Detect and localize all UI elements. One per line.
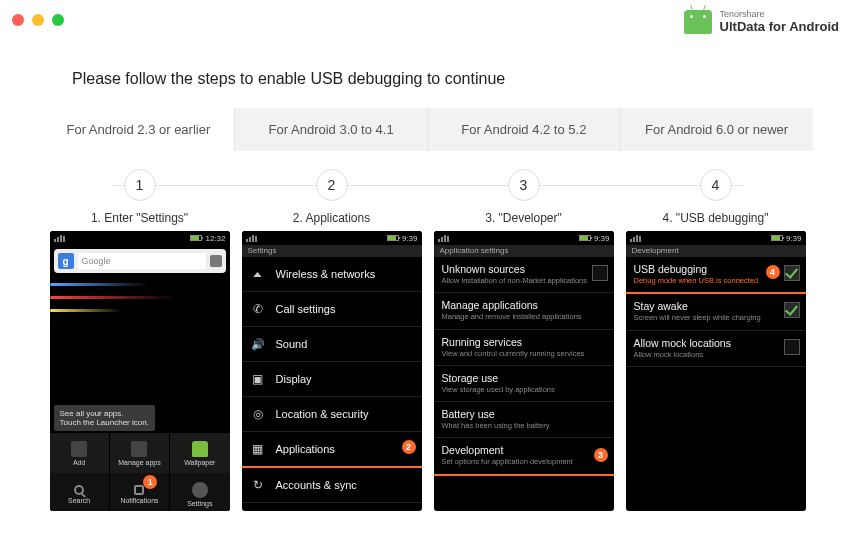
clock: 9:39	[402, 234, 418, 243]
sound-icon	[250, 336, 266, 352]
brand-product: UltData for Android	[720, 20, 839, 34]
apps-icon	[131, 441, 147, 457]
row-stay-awake[interactable]: Stay awake Screen will never sleep while…	[626, 294, 806, 330]
version-tabs: For Android 2.3 or earlier For Android 3…	[43, 108, 813, 151]
display-icon	[250, 371, 266, 387]
widget-row: Add Manage apps Wallpaper	[50, 433, 230, 473]
tab-android-60[interactable]: For Android 6.0 or newer	[621, 108, 813, 151]
checkbox-icon[interactable]	[784, 302, 800, 318]
tab-android-23[interactable]: For Android 2.3 or earlier	[43, 108, 236, 151]
gear-icon	[192, 482, 208, 498]
clock: 9:39	[786, 234, 802, 243]
status-bar: 9:39	[434, 231, 614, 245]
row-development[interactable]: Development Set options for application …	[434, 438, 614, 475]
signal-icon	[438, 235, 449, 242]
phone-2: 9:39 Settings Wireless & networks Call s…	[242, 231, 422, 511]
clock: 9:39	[594, 234, 610, 243]
window-controls	[12, 14, 64, 26]
step-3-number: 3	[508, 169, 540, 201]
search-input[interactable]: Google	[78, 253, 206, 269]
row-location[interactable]: Location & security	[242, 397, 422, 432]
clock: 12:32	[205, 234, 225, 243]
signal-icon	[54, 235, 65, 242]
step-badge-4: 4	[766, 265, 780, 279]
step-1-number: 1	[124, 169, 156, 201]
wallpaper	[50, 283, 230, 312]
status-bar: 9:39	[626, 231, 806, 245]
widget-manage-apps[interactable]: Manage apps	[110, 433, 170, 473]
plus-icon	[71, 441, 87, 457]
step-4: 4 4. "USB debugging" 9:39 Development US…	[626, 169, 806, 511]
launcher-row: Search Notifications 1 Settings	[50, 473, 230, 511]
battery-icon	[579, 235, 591, 241]
signal-icon	[246, 235, 257, 242]
checkbox-icon[interactable]	[592, 265, 608, 281]
row-applications[interactable]: Applications 2	[242, 432, 422, 468]
mic-icon[interactable]	[210, 255, 222, 267]
row-manage-apps[interactable]: Manage applications Manage and remove in…	[434, 293, 614, 329]
step-badge-1: 1	[143, 475, 157, 489]
row-running-services[interactable]: Running services View and control curren…	[434, 330, 614, 366]
step-4-title: 4. "USB debugging"	[663, 211, 769, 225]
app-logo-icon	[684, 10, 712, 34]
flag-icon	[134, 485, 144, 495]
checkbox-icon[interactable]	[784, 265, 800, 281]
home-screen: g Google See all your apps. Touch the La…	[50, 249, 230, 511]
row-usb-debugging[interactable]: USB debugging Debug mode when USB is con…	[626, 257, 806, 294]
battery-icon	[771, 235, 783, 241]
row-battery-use[interactable]: Battery use What has been using the batt…	[434, 402, 614, 438]
launcher-notifications[interactable]: Notifications 1	[110, 473, 170, 511]
page-instruction: Please follow the steps to enable USB de…	[0, 40, 855, 108]
battery-icon	[190, 235, 202, 241]
screen-header: Settings	[242, 245, 422, 257]
step-3: 3 3. "Developer" 9:39 Application settin…	[434, 169, 614, 511]
screen-header: Development	[626, 245, 806, 257]
status-bar: 9:39	[242, 231, 422, 245]
tab-android-42-52[interactable]: For Android 4.2 to 5.2	[428, 108, 621, 151]
step-badge-2: 2	[402, 440, 416, 454]
wifi-icon	[250, 266, 266, 282]
row-storage-use[interactable]: Storage use View storage used by applica…	[434, 366, 614, 402]
phone-4: 9:39 Development USB debugging Debug mod…	[626, 231, 806, 511]
droid-icon	[192, 441, 208, 457]
search-icon	[74, 485, 84, 495]
tab-android-30-41[interactable]: For Android 3.0 to 4.1	[235, 108, 428, 151]
widget-wallpaper[interactable]: Wallpaper	[170, 433, 229, 473]
titlebar: Tenorshare UltData for Android	[0, 0, 855, 40]
search-widget[interactable]: g Google	[54, 249, 226, 273]
step-badge-3: 3	[594, 448, 608, 462]
minimize-icon[interactable]	[32, 14, 44, 26]
launcher-search[interactable]: Search	[50, 473, 110, 511]
step-2-number: 2	[316, 169, 348, 201]
row-sound[interactable]: Sound	[242, 327, 422, 362]
apps-icon	[250, 441, 266, 457]
battery-icon	[387, 235, 399, 241]
checkbox-icon[interactable]	[784, 339, 800, 355]
launcher-settings[interactable]: Settings	[170, 473, 229, 511]
status-bar: 12:32	[50, 231, 230, 245]
step-2-title: 2. Applications	[293, 211, 370, 225]
row-accounts[interactable]: Accounts & sync	[242, 468, 422, 503]
app-settings-list: Unknown sources Allow installation of no…	[434, 257, 614, 476]
steps-row: 1 1. Enter "Settings" 12:32 g Google	[43, 169, 813, 511]
row-unknown-sources[interactable]: Unknown sources Allow installation of no…	[434, 257, 614, 293]
widget-add[interactable]: Add	[50, 433, 110, 473]
step-1-title: 1. Enter "Settings"	[91, 211, 188, 225]
step-2: 2 2. Applications 9:39 Settings Wireless…	[242, 169, 422, 511]
phone-1: 12:32 g Google See all your apps. Touch …	[50, 231, 230, 511]
zoom-icon[interactable]	[52, 14, 64, 26]
brand: Tenorshare UltData for Android	[684, 10, 839, 34]
settings-list: Wireless & networks Call settings Sound …	[242, 257, 422, 503]
row-wireless[interactable]: Wireless & networks	[242, 257, 422, 292]
screen-header: Application settings	[434, 245, 614, 257]
sync-icon	[250, 477, 266, 493]
location-icon	[250, 406, 266, 422]
row-call[interactable]: Call settings	[242, 292, 422, 327]
phone-3: 9:39 Application settings Unknown source…	[434, 231, 614, 511]
development-list: USB debugging Debug mode when USB is con…	[626, 257, 806, 367]
close-icon[interactable]	[12, 14, 24, 26]
step-4-number: 4	[700, 169, 732, 201]
row-display[interactable]: Display	[242, 362, 422, 397]
row-mock-locations[interactable]: Allow mock locations Allow mock location…	[626, 331, 806, 367]
step-3-title: 3. "Developer"	[485, 211, 562, 225]
